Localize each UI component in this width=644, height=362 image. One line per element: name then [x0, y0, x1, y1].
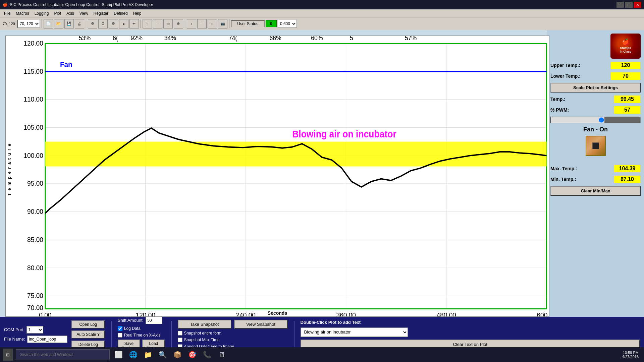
log-data-label: Log Data — [124, 326, 141, 331]
bottom-sep-2 — [171, 321, 172, 348]
taskbar-icon-chrome[interactable]: 🔍 — [157, 349, 169, 361]
upper-temp-input[interactable] — [610, 61, 641, 69]
menu-file[interactable]: File — [1, 10, 13, 16]
view-snapshot-button[interactable]: View Snapshot — [234, 320, 288, 329]
taskbar-icon-task-view[interactable]: ⬜ — [112, 349, 124, 361]
taskbar-icon-store[interactable]: 📦 — [171, 349, 183, 361]
snapshot-max-label: Snapshot Max Time — [184, 338, 220, 342]
taskbar-icon-app3[interactable]: 🖥 — [216, 349, 228, 361]
shift-input[interactable] — [146, 317, 162, 324]
toolbar-zoom-fit[interactable]: ▭ — [163, 19, 173, 28]
svg-text:115.00: 115.00 — [23, 67, 43, 75]
toolbar-btn1[interactable]: ⚙ — [88, 19, 97, 28]
min-temp-row: Min. Temp.: 87.10 — [550, 175, 641, 183]
svg-text:120.00: 120.00 — [136, 311, 156, 316]
toolbar-zoom-minus[interactable]: − — [153, 19, 162, 28]
open-log-button[interactable]: Open Log — [71, 320, 105, 328]
minimize-button[interactable]: − — [616, 2, 624, 8]
maximize-button[interactable]: □ — [625, 2, 633, 8]
menu-logging[interactable]: Logging — [32, 10, 52, 16]
plot-container: Fan 120.00 115.00 110.00 105.00 100.00 9… — [3, 33, 547, 314]
com-port-row: COM Port: 1 — [4, 326, 67, 334]
title-section: 🍎 SIC Process Control Incubator Open Loo… — [3, 2, 153, 7]
svg-text:100.00: 100.00 — [23, 152, 43, 159]
pwm-slider-container — [550, 117, 641, 123]
taskbar-icon-explorer[interactable]: 📁 — [142, 349, 154, 361]
svg-text:90.00: 90.00 — [27, 207, 43, 215]
menu-axis[interactable]: Axis — [64, 10, 77, 16]
taskbar-icon-app2[interactable]: 📞 — [201, 349, 213, 361]
toolbar-track[interactable]: ↔ — [208, 19, 217, 28]
take-snapshot-button[interactable]: Take Snapshot — [178, 320, 231, 329]
temp-row: Temp.: 99.45 — [550, 95, 641, 103]
toolbar-new[interactable]: 📄 — [44, 19, 53, 28]
coord-select[interactable]: 70, 120 — [17, 20, 40, 28]
toolbar-snap[interactable]: 📷 — [218, 19, 227, 28]
lower-temp-row: Lower Temp.: — [550, 72, 641, 80]
toolbar-btn2[interactable]: ⚙ — [98, 19, 108, 28]
scale-plot-button[interactable]: Scale Plot to Settings — [550, 83, 641, 93]
auto-scale-row: Auto Scale Y — [71, 330, 105, 339]
toolbar-save[interactable]: 💾 — [64, 19, 74, 28]
toolbar-print[interactable]: 🖨 — [75, 19, 84, 28]
shift-label: Shift Amount: — [118, 318, 144, 323]
svg-text:74(: 74( — [229, 36, 237, 42]
taskbar-icon-edge[interactable]: 🌐 — [127, 349, 139, 361]
coord-display: 70, 120 — [1, 22, 16, 26]
taskbar-search[interactable] — [16, 349, 110, 360]
svg-text:92%: 92% — [131, 36, 143, 42]
com-port-select[interactable]: 1 — [26, 326, 43, 334]
speed-select[interactable]: 0.600 — [278, 20, 297, 28]
menu-defined[interactable]: Defined — [111, 10, 130, 16]
log-data-checkbox[interactable] — [118, 326, 122, 331]
svg-text:95.00: 95.00 — [27, 180, 43, 187]
max-temp-label: Max. Temp.: — [550, 166, 577, 171]
svg-text:80.00: 80.00 — [27, 264, 43, 272]
close-button[interactable]: ✕ — [634, 2, 641, 8]
toolbar-btn5[interactable]: ↩ — [129, 19, 139, 28]
svg-text:110.00: 110.00 — [23, 96, 43, 103]
pwm-slider[interactable] — [550, 117, 641, 123]
svg-text:0.00: 0.00 — [39, 311, 51, 316]
upper-temp-row: Upper Temp.: — [550, 61, 641, 69]
app-title: SIC Process Control Incubator Open Loop … — [10, 2, 153, 7]
status-value: 0 — [266, 20, 277, 27]
com-port-section: COM Port: 1 File Name: — [4, 326, 67, 343]
toolbar-btn3[interactable]: ⚙ — [109, 19, 118, 28]
menu-register[interactable]: Register — [91, 10, 111, 16]
toolbar-separator-4 — [185, 19, 185, 28]
svg-text:240.00: 240.00 — [236, 311, 256, 316]
menu-macros[interactable]: Macros — [13, 10, 32, 16]
toolbar-btn4[interactable]: ● — [119, 19, 128, 28]
snapshot-btn-row: Take Snapshot View Snapshot — [178, 320, 288, 329]
file-name-input[interactable] — [27, 336, 67, 343]
lower-temp-input[interactable] — [610, 72, 641, 80]
toolbar-open[interactable]: 📂 — [54, 19, 63, 28]
start-button[interactable]: ⊞ — [3, 349, 13, 361]
auto-scale-button[interactable]: Auto Scale Y — [71, 330, 105, 339]
real-time-checkbox[interactable] — [118, 333, 122, 338]
svg-text:Fan: Fan — [60, 60, 72, 69]
toolbar-zoom3[interactable]: − — [197, 19, 207, 28]
toolbar-separator-2 — [86, 19, 86, 28]
svg-text:600.00: 600.00 — [537, 311, 549, 316]
menu-view[interactable]: View — [77, 10, 91, 16]
text-dropdown[interactable]: Blowing air on incubator — [301, 327, 408, 337]
toolbar-zoom-plus[interactable]: + — [143, 19, 152, 28]
toolbar-zoom2[interactable]: + — [187, 19, 196, 28]
svg-text:60%: 60% — [311, 36, 323, 42]
bottom-sep-1 — [111, 321, 112, 348]
snapshot-entire-checkbox[interactable] — [178, 331, 182, 336]
clear-minmax-button[interactable]: Clear Min/Max — [550, 186, 641, 196]
svg-text:66%: 66% — [269, 36, 281, 42]
plot-area[interactable]: Fan 120.00 115.00 110.00 105.00 100.00 9… — [5, 36, 549, 317]
snapshot-max-checkbox[interactable] — [178, 338, 182, 342]
menu-help[interactable]: Help — [130, 10, 144, 16]
svg-text:5: 5 — [350, 36, 353, 42]
menu-plot[interactable]: Plot — [51, 10, 64, 16]
taskbar: ⊞ ⬜ 🌐 📁 🔍 📦 🎯 📞 🖥 10:59 PM 4/27/2016 — [0, 347, 644, 362]
toolbar-pan[interactable]: ⊕ — [174, 19, 183, 28]
taskbar-icon-app1[interactable]: 🎯 — [186, 349, 198, 361]
svg-text:360.00: 360.00 — [336, 311, 356, 316]
svg-text:Blowing air on incubator: Blowing air on incubator — [292, 129, 396, 139]
